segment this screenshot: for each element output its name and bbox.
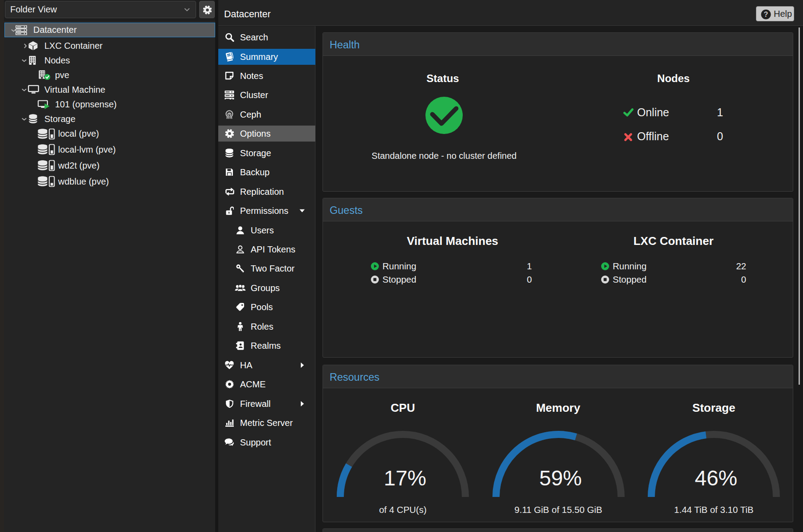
svg-text:?: ? (764, 11, 768, 18)
